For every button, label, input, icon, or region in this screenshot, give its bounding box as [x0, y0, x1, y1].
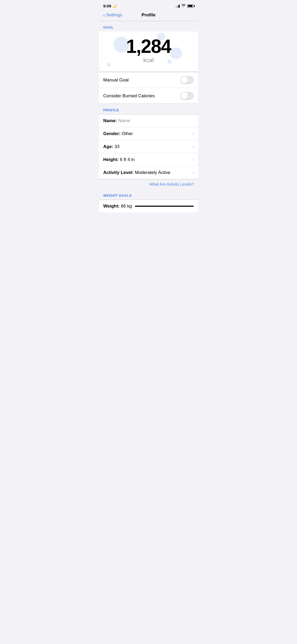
burned-calories-toggle[interactable]: [180, 92, 194, 100]
toggle-knob: [181, 76, 188, 84]
status-bar: 9:09 🌙: [99, 0, 198, 10]
profile-group: Name: Name Gender: Other › Age: 33 › Hei…: [99, 114, 198, 179]
gender-label: Gender: Other: [103, 131, 133, 136]
time-display: 9:09: [103, 4, 111, 8]
activity-label: Activity Level: Moderately Active: [103, 170, 170, 175]
height-row[interactable]: Height: 6 ft 4 in ›: [99, 153, 198, 166]
toggle-knob-2: [181, 92, 188, 99]
moon-icon: 🌙: [112, 4, 116, 8]
signal-icon: [176, 4, 180, 8]
age-row[interactable]: Age: 33 ›: [99, 140, 198, 153]
activity-level-row[interactable]: Activity Level: Moderately Active ›: [99, 166, 198, 179]
status-time: 9:09 🌙: [103, 4, 116, 8]
height-label: Height: 6 ft 4 in: [103, 157, 135, 162]
chevron-right-icon-3: ›: [192, 157, 194, 162]
manual-goal-toggle[interactable]: [180, 76, 194, 84]
chevron-right-icon-2: ›: [192, 144, 194, 149]
activity-link-row: What Are Activity Levels?: [99, 179, 198, 189]
weight-value: 86 kg: [121, 204, 132, 209]
weight-goals-header: WEIGHT GOALS: [99, 189, 198, 200]
chevron-right-icon-4: ›: [192, 170, 194, 175]
back-label: Settings: [106, 12, 122, 18]
goal-section: 1,284 kcal: [99, 31, 198, 72]
activity-row-right: ›: [192, 170, 194, 175]
name-value: Name: [118, 118, 130, 123]
activity-levels-link[interactable]: What Are Activity Levels?: [149, 182, 194, 186]
back-button[interactable]: ‹ Settings: [103, 12, 122, 18]
weight-label: Weight: 86 kg: [103, 204, 132, 209]
calorie-unit: kcal: [103, 57, 194, 64]
weight-section: Weight: 86 kg: [99, 200, 198, 213]
manual-goal-label: Manual Goal: [103, 77, 129, 83]
weight-row[interactable]: Weight: 86 kg: [99, 200, 198, 213]
gender-value: Other: [122, 131, 133, 136]
nav-bar: ‹ Settings Profile: [99, 10, 198, 21]
name-row[interactable]: Name: Name: [99, 114, 198, 127]
age-label: Age: 33: [103, 144, 119, 149]
status-icons: [176, 4, 194, 8]
height-value: 6 ft 4 in: [120, 157, 135, 162]
calorie-number: 1,284: [103, 37, 194, 56]
burned-calories-row[interactable]: Consider Burned Calories: [99, 88, 198, 104]
page-title: Profile: [142, 12, 155, 18]
chevron-right-icon: ›: [192, 131, 194, 136]
battery-icon: [187, 4, 194, 8]
battery-fill: [188, 5, 192, 7]
gender-row-right: ›: [192, 131, 194, 136]
weight-bar: [135, 206, 194, 207]
goal-settings-group: Manual Goal Consider Burned Calories: [99, 72, 198, 104]
name-label: Name: Name: [103, 118, 130, 123]
height-row-right: ›: [192, 157, 194, 162]
manual-goal-row[interactable]: Manual Goal: [99, 72, 198, 88]
burned-calories-label: Consider Burned Calories: [103, 93, 155, 99]
calorie-display: 1,284 kcal: [103, 37, 194, 64]
gender-row[interactable]: Gender: Other ›: [99, 127, 198, 140]
goal-section-header: GOAL: [99, 21, 198, 31]
profile-section-header: PROFILE: [99, 104, 198, 114]
activity-value: Moderately Active: [135, 170, 170, 175]
age-row-right: ›: [192, 144, 194, 149]
age-value: 33: [115, 144, 120, 149]
back-chevron-icon: ‹: [103, 12, 105, 18]
wifi-icon: [181, 4, 186, 8]
